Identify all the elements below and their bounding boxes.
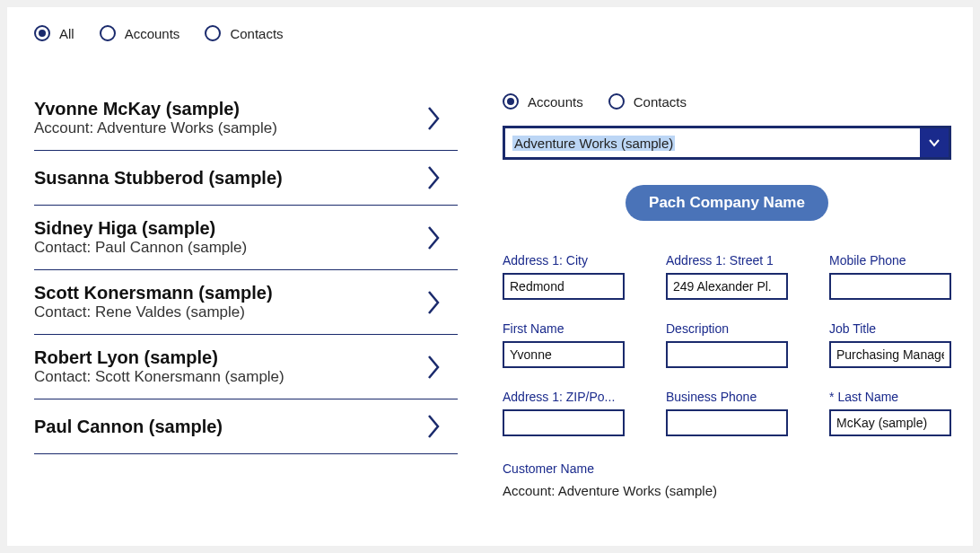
description-input[interactable]	[666, 341, 788, 368]
jobtitle-input[interactable]	[829, 341, 951, 368]
list-item[interactable]: Paul Cannon (sample)	[34, 399, 458, 454]
field-street: Address 1: Street 1	[666, 253, 788, 300]
field-label: Address 1: Street 1	[666, 253, 788, 268]
list-item-title: Sidney Higa (sample)	[34, 218, 247, 239]
main-area: Yvonne McKay (sample)Account: Adventure …	[7, 50, 973, 546]
filter-all-radio[interactable]: All	[34, 25, 74, 41]
chevron-right-icon	[425, 412, 442, 441]
field-label: Address 1: City	[503, 253, 625, 268]
filter-accounts-label: Accounts	[125, 26, 180, 41]
detail-contacts-radio[interactable]: Contacts	[608, 93, 687, 110]
mobile-input[interactable]	[829, 273, 951, 300]
filter-contacts-label: Contacts	[230, 26, 283, 41]
field-label: Address 1: ZIP/Po...	[503, 390, 625, 404]
top-filter-bar: All Accounts Contacts	[7, 7, 973, 50]
detail-accounts-label: Accounts	[528, 94, 583, 110]
filter-contacts-radio[interactable]: Contacts	[205, 25, 283, 41]
list-item-title: Susanna Stubberod (sample)	[34, 168, 283, 189]
filter-all-label: All	[59, 26, 74, 41]
chevron-right-icon	[425, 353, 442, 382]
field-mobile: Mobile Phone	[829, 253, 951, 300]
field-label: Business Phone	[666, 390, 788, 404]
chevron-right-icon	[425, 163, 442, 192]
list-item-sub: Contact: Scott Konersmann (sample)	[34, 368, 284, 386]
list-item-title: Paul Cannon (sample)	[34, 417, 223, 437]
detail-accounts-radio[interactable]: Accounts	[503, 93, 583, 110]
filter-accounts-radio[interactable]: Accounts	[100, 25, 180, 41]
radio-icon	[34, 25, 50, 41]
dropdown-selection: Adventure Works (sample)	[512, 136, 675, 151]
detail-panel: Accounts Contacts Adventure Works (sampl…	[458, 50, 973, 546]
firstname-input[interactable]	[503, 341, 625, 368]
list-item-text: Yvonne McKay (sample)Account: Adventure …	[34, 99, 277, 137]
chevron-right-icon	[425, 104, 442, 133]
list-item-text: Robert Lyon (sample)Contact: Scott Koner…	[34, 347, 284, 386]
customer-name-label: Customer Name	[503, 461, 951, 476]
field-description: Description	[666, 321, 788, 368]
list-item[interactable]: Susanna Stubberod (sample)	[34, 151, 458, 206]
list-item[interactable]: Scott Konersmann (sample)Contact: Rene V…	[34, 270, 458, 335]
detail-contacts-label: Contacts	[634, 94, 687, 110]
field-label: Description	[666, 321, 788, 336]
list-item-title: Yvonne McKay (sample)	[34, 99, 277, 119]
list-item-text: Scott Konersmann (sample)Contact: Rene V…	[34, 283, 273, 321]
field-firstname: First Name	[503, 321, 625, 368]
list-item-title: Robert Lyon (sample)	[34, 347, 284, 368]
bizphone-input[interactable]	[666, 409, 788, 436]
chevron-down-icon[interactable]	[920, 128, 949, 157]
customer-name-value: Account: Adventure Works (sample)	[503, 483, 951, 498]
list-item-sub: Contact: Rene Valdes (sample)	[34, 303, 273, 321]
lastname-label-text: Last Name	[837, 390, 898, 404]
field-label: *Last Name	[829, 390, 951, 404]
field-city: Address 1: City	[503, 253, 625, 300]
field-label: Mobile Phone	[829, 253, 951, 268]
list-item[interactable]: Robert Lyon (sample)Contact: Scott Koner…	[34, 335, 458, 399]
field-jobtitle: Job Title	[829, 321, 951, 368]
radio-icon	[503, 93, 519, 110]
dropdown-text: Adventure Works (sample)	[505, 128, 920, 157]
app-container: All Accounts Contacts Yvonne McKay (samp…	[7, 7, 973, 546]
field-label: Job Title	[829, 321, 951, 336]
street-input[interactable]	[666, 273, 788, 300]
list-item-text: Susanna Stubberod (sample)	[34, 168, 283, 189]
customer-name-block: Customer Name Account: Adventure Works (…	[503, 461, 951, 498]
action-row: Pach Company Name	[503, 185, 951, 221]
results-list[interactable]: Yvonne McKay (sample)Account: Adventure …	[7, 50, 458, 546]
list-item-title: Scott Konersmann (sample)	[34, 283, 273, 303]
detail-radio-bar: Accounts Contacts	[503, 93, 951, 110]
field-bizphone: Business Phone	[666, 390, 788, 436]
radio-icon	[100, 25, 116, 41]
required-star: *	[829, 390, 834, 404]
fields-grid: Address 1: City Address 1: Street 1 Mobi…	[503, 253, 951, 436]
zip-input[interactable]	[503, 409, 625, 436]
radio-icon	[205, 25, 221, 41]
field-label: First Name	[503, 321, 625, 336]
list-item[interactable]: Sidney Higa (sample)Contact: Paul Cannon…	[34, 206, 458, 270]
radio-icon	[608, 93, 625, 110]
account-dropdown[interactable]: Adventure Works (sample)	[503, 126, 951, 160]
chevron-right-icon	[425, 224, 442, 252]
list-item-text: Paul Cannon (sample)	[34, 417, 223, 437]
lastname-input[interactable]	[829, 409, 951, 436]
list-item-sub: Account: Adventure Works (sample)	[34, 119, 277, 137]
field-lastname: *Last Name	[829, 390, 951, 436]
chevron-right-icon	[425, 288, 442, 317]
list-item-sub: Contact: Paul Cannon (sample)	[34, 239, 247, 257]
pach-company-name-button[interactable]: Pach Company Name	[626, 185, 828, 221]
city-input[interactable]	[503, 273, 625, 300]
list-item[interactable]: Yvonne McKay (sample)Account: Adventure …	[34, 86, 458, 151]
field-zip: Address 1: ZIP/Po...	[503, 390, 625, 436]
list-item-text: Sidney Higa (sample)Contact: Paul Cannon…	[34, 218, 247, 257]
